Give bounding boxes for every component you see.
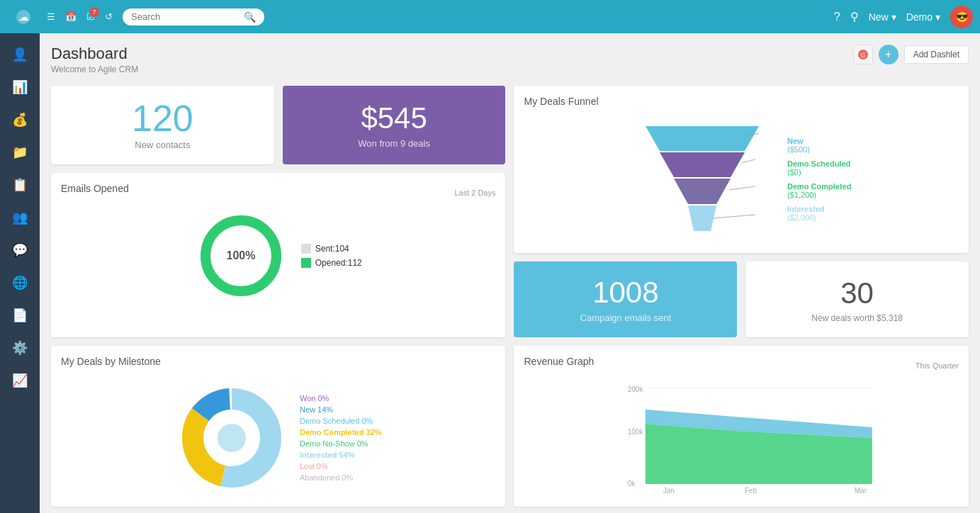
svg-point-18 <box>218 424 246 452</box>
demo-button[interactable]: Demo ▾ <box>906 11 940 23</box>
top-navigation: ☁ ☰ 📅 ☑ 7 ↺ 🔍 ? ⚲ New ▾ Demo ▾ 😎 <box>0 0 980 33</box>
emails-opened-header: Emails Opened Last 2 Days <box>61 183 495 203</box>
milestone-demo-scheduled: Demo Scheduled 0% <box>300 417 382 425</box>
milestone-abandoned: Abandoned 0% <box>300 473 382 482</box>
milestone-demo-noshow: Demo No-Show 0% <box>300 439 382 448</box>
svg-text:Mar: Mar <box>855 487 867 495</box>
deals-milestone-card: My Deals by Milestone Won 0% New 14% <box>51 346 505 507</box>
legend-opened: Opened:112 <box>301 258 362 268</box>
funnel-legend-demo-scheduled: Demo Scheduled ($0) <box>787 159 851 176</box>
won-deals-card: $545 Won from 9 deals <box>283 86 506 164</box>
svg-marker-6 <box>674 179 731 204</box>
app-logo[interactable]: ☁ <box>7 9 40 26</box>
page-subtitle: Welcome to Agile CRM <box>51 64 138 74</box>
sidebar-item-campaigns[interactable]: 🌐 <box>6 269 34 297</box>
add-dashlet-plus-icon[interactable]: + <box>879 45 899 64</box>
revenue-header: Revenue Graph This Quarter <box>524 356 959 376</box>
page-header: Dashboard Welcome to Agile CRM G + Add D… <box>51 45 969 74</box>
svg-text:Feb: Feb <box>745 487 757 495</box>
revenue-title: Revenue Graph <box>524 356 594 367</box>
milestone-pie-chart <box>175 381 288 495</box>
pin-icon[interactable]: ⚲ <box>850 10 859 23</box>
milestone-legend: Won 0% New 14% Demo Scheduled 0% Demo Co… <box>300 394 382 482</box>
header-actions: G + Add Dashlet <box>853 45 969 64</box>
legend-sent-color <box>301 244 311 254</box>
donut-legend: Sent:104 Opened:112 <box>301 244 362 268</box>
revenue-graph-card: Revenue Graph This Quarter 200k 100k 0k … <box>514 346 969 507</box>
sidebar-item-reports[interactable]: 📄 <box>6 301 34 329</box>
svg-text:200k: 200k <box>628 385 644 393</box>
main-content: Dashboard Welcome to Agile CRM G + Add D… <box>40 33 980 513</box>
new-contacts-label: New contacts <box>135 140 190 150</box>
funnel-legend-demo-completed: Demo Completed ($1,200) <box>787 182 851 199</box>
deals-funnel-card: My Deals Funnel <box>514 86 969 253</box>
search-icon: 🔍 <box>244 11 256 23</box>
sidebar-item-messages[interactable]: 💬 <box>6 236 34 264</box>
calendar-icon[interactable]: 📅 <box>65 11 77 22</box>
svg-text:G: G <box>860 52 865 59</box>
funnel-container: New ($500) Demo Scheduled ($0) Demo Comp… <box>524 115 959 243</box>
sidebar-item-settings[interactable]: ⚙️ <box>6 334 34 362</box>
revenue-period: This Quarter <box>916 361 959 370</box>
sidebar-item-tasks[interactable]: 📋 <box>6 171 34 199</box>
campaign-number: 1008 <box>592 276 658 310</box>
campaign-emails-card: 1008 Campaign emails sent <box>514 261 737 337</box>
svg-line-9 <box>741 159 755 163</box>
svg-marker-7 <box>688 205 716 231</box>
nav-icons: ☰ 📅 ☑ 7 ↺ <box>47 11 113 22</box>
help-icon[interactable]: ? <box>834 11 840 23</box>
page-title: Dashboard <box>51 45 138 63</box>
emails-opened-card: Emails Opened Last 2 Days 100% Sent:104 <box>51 173 505 337</box>
svg-marker-5 <box>660 152 745 177</box>
history-icon[interactable]: ↺ <box>105 11 113 22</box>
svg-text:☁: ☁ <box>19 12 28 23</box>
sidebar-item-contacts[interactable]: 👤 <box>6 40 34 69</box>
milestone-won: Won 0% <box>300 394 382 402</box>
milestone-new: New 14% <box>300 405 382 414</box>
left-sidebar: 👤 📊 💰 📁 📋 👥 💬 🌐 📄 ⚙️ 📈 <box>0 33 40 513</box>
milestone-content: Won 0% New 14% Demo Scheduled 0% Demo Co… <box>61 376 495 495</box>
new-deals-number: 30 <box>840 276 874 310</box>
search-input[interactable] <box>131 11 244 22</box>
campaign-label: Campaign emails sent <box>580 312 672 323</box>
menu-icon[interactable]: ☰ <box>47 11 55 22</box>
sidebar-item-analytics[interactable]: 📈 <box>6 366 34 395</box>
new-contacts-number: 120 <box>132 100 193 137</box>
google-integration-icon[interactable]: G <box>853 45 873 64</box>
new-deals-label: New deals worth $5,318 <box>811 313 903 323</box>
milestone-interested: Interested 54% <box>300 451 382 459</box>
emails-opened-title: Emails Opened <box>61 183 129 194</box>
svg-text:100k: 100k <box>628 428 644 436</box>
funnel-svg <box>631 119 773 239</box>
funnel-legend: New ($500) Demo Scheduled ($0) Demo Comp… <box>787 137 851 222</box>
sidebar-item-dashboard[interactable]: 📊 <box>6 73 34 101</box>
dashboard-grid: 120 New contacts $545 Won from 9 deals M… <box>51 86 969 513</box>
notifications-icon[interactable]: ☑ 7 <box>86 11 95 22</box>
search-bar[interactable]: 🔍 <box>123 9 264 26</box>
deals-funnel-title: My Deals Funnel <box>524 96 959 107</box>
new-contacts-card: 120 New contacts <box>51 86 274 164</box>
emails-opened-period: Last 2 Days <box>454 188 495 197</box>
legend-sent: Sent:104 <box>301 244 362 254</box>
new-button[interactable]: New ▾ <box>869 11 896 23</box>
revenue-chart: 200k 100k 0k Jan Feb Mar <box>524 381 959 495</box>
sidebar-item-deals[interactable]: 💰 <box>6 106 34 134</box>
user-avatar[interactable]: 😎 <box>950 6 973 28</box>
svg-text:0k: 0k <box>628 480 636 487</box>
donut-percentage: 100% <box>226 249 255 261</box>
funnel-legend-interested: Interested ($2,000) <box>787 205 851 222</box>
notification-badge: 7 <box>89 7 99 17</box>
nav-right: ? ⚲ New ▾ Demo ▾ 😎 <box>834 6 973 28</box>
donut-container: 100% Sent:104 Opened:112 <box>61 210 495 302</box>
legend-opened-color <box>301 258 311 268</box>
new-deals-card: 30 New deals worth $5,318 <box>745 261 969 337</box>
svg-line-10 <box>729 186 755 190</box>
funnel-legend-new: New ($500) <box>787 137 851 154</box>
sidebar-item-documents[interactable]: 📁 <box>6 138 34 167</box>
add-dashlet-button[interactable]: Add Dashlet <box>904 45 969 64</box>
svg-line-11 <box>713 215 755 218</box>
sidebar-item-groups[interactable]: 👥 <box>6 203 34 232</box>
svg-text:Jan: Jan <box>663 487 675 495</box>
deals-milestone-title: My Deals by Milestone <box>61 356 495 367</box>
milestone-lost: Lost 0% <box>300 462 382 470</box>
